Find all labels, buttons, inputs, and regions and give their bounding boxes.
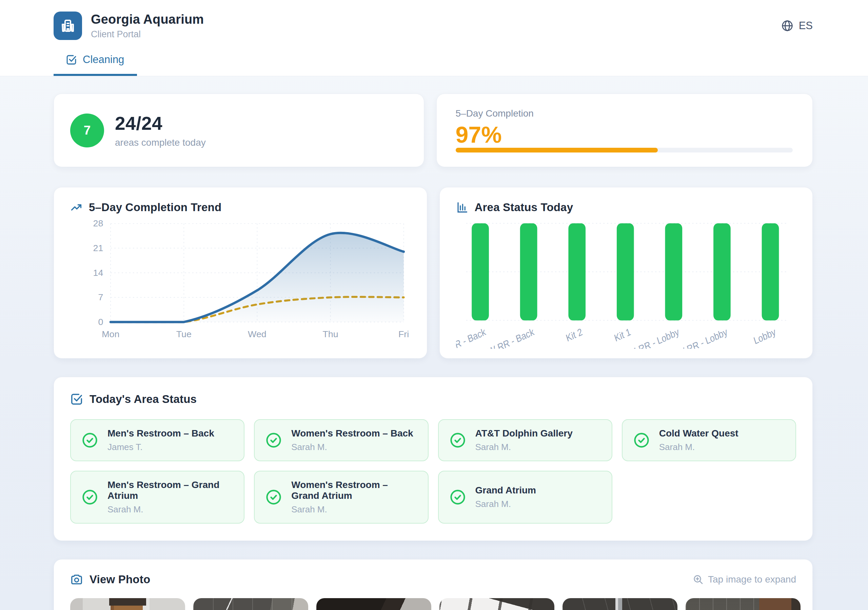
- svg-text:0: 0: [98, 317, 103, 327]
- status-item: Men's Restroom – Back James T.: [70, 419, 245, 461]
- bar-chart-icon: [456, 201, 468, 214]
- view-photo-card: View Photo Tap image to expand: [54, 559, 813, 610]
- check-square-icon: [70, 393, 83, 406]
- svg-text:Tue: Tue: [176, 329, 192, 339]
- main-content: 7 24/24 areas complete today 5–Day Compl…: [0, 76, 868, 610]
- photo-thumbnail[interactable]: [316, 598, 431, 610]
- check-circle-icon: [449, 431, 467, 449]
- svg-text:28: 28: [93, 218, 104, 229]
- status-grid: Men's Restroom – Back James T. Women's R…: [70, 419, 796, 523]
- svg-text:Mon: Mon: [102, 329, 119, 339]
- status-area-name: Men's Restroom – Back: [107, 428, 214, 439]
- status-area-name: Grand Atrium: [475, 485, 536, 496]
- status-item: Women's Restroom – Grand Atrium Sarah M.: [254, 471, 428, 523]
- svg-text:M RR - Lobby: M RR - Lobby: [628, 326, 680, 349]
- client-portal-page: Georgia Aquarium Client Portal ES: [0, 0, 868, 610]
- status-item: Cold Water Quest Sarah M.: [622, 419, 796, 461]
- zoom-in-icon: [693, 574, 704, 585]
- check-circle-icon: [81, 488, 99, 506]
- count-badge: 7: [70, 113, 104, 147]
- status-assignee: Sarah M.: [475, 499, 536, 509]
- tab-label: Cleaning: [83, 54, 124, 66]
- photo-thumbnail[interactable]: [70, 598, 185, 610]
- status-area-name: Cold Water Quest: [659, 428, 738, 439]
- status-area-name: Women's Restroom – Grand Atrium: [291, 480, 417, 501]
- trend-chart: MonTueWedThuFri07142128: [70, 215, 411, 349]
- status-item: AT&T Dolphin Gallery Sarah M.: [438, 419, 612, 461]
- photo-thumbnail[interactable]: [563, 598, 677, 610]
- trend-chart-title: 5–Day Completion Trend: [89, 201, 222, 214]
- status-assignee: Sarah M.: [291, 442, 413, 452]
- photo-hint-label: Tap image to expand: [708, 574, 796, 585]
- status-area-name: Women's Restroom – Back: [291, 428, 413, 439]
- app-logo: [54, 11, 82, 40]
- completion-percent: 97%: [456, 123, 793, 146]
- completion-caption: areas complete today: [115, 137, 206, 148]
- page-subtitle: Client Portal: [91, 29, 204, 40]
- areas-complete-card: 7 24/24 areas complete today: [54, 93, 424, 167]
- svg-text:Fri: Fri: [398, 329, 409, 339]
- page-title: Georgia Aquarium: [91, 12, 204, 27]
- tab-bar: Cleaning: [54, 54, 813, 76]
- photo-thumbnail[interactable]: [685, 598, 801, 610]
- five-day-completion-card: 5–Day Completion 97%: [436, 93, 813, 167]
- check-circle-icon: [633, 431, 650, 449]
- svg-text:14: 14: [93, 268, 104, 278]
- completion-ratio: 24/24: [115, 113, 206, 134]
- status-assignee: Sarah M.: [107, 504, 234, 515]
- status-item: Women's Restroom – Back Sarah M.: [254, 419, 428, 461]
- tab-cleaning[interactable]: Cleaning: [54, 54, 137, 76]
- check-square-icon: [66, 54, 77, 65]
- trending-up-icon: [70, 201, 82, 214]
- svg-text:Wed: Wed: [248, 329, 267, 339]
- five-day-completion-label: 5–Day Completion: [456, 108, 793, 119]
- status-item: Men's Restroom – Grand Atrium Sarah M.: [70, 471, 245, 523]
- area-status-chart: M RR - BackW RR - BackKit 2Kit 1M RR - L…: [456, 215, 797, 349]
- status-area-name: Men's Restroom – Grand Atrium: [107, 480, 234, 501]
- language-switcher[interactable]: ES: [781, 19, 813, 32]
- completion-progress-track: [456, 148, 793, 153]
- svg-text:M RR - Back: M RR - Back: [456, 326, 487, 349]
- svg-text:Thu: Thu: [322, 329, 338, 339]
- svg-text:W RR - Back: W RR - Back: [487, 326, 535, 349]
- svg-text:21: 21: [93, 243, 104, 253]
- check-circle-icon: [265, 488, 282, 506]
- status-assignee: James T.: [107, 442, 214, 452]
- status-assignee: Sarah M.: [291, 504, 417, 515]
- area-status-chart-title: Area Status Today: [475, 201, 574, 214]
- completion-progress-fill: [456, 148, 658, 153]
- photo-thumbnail[interactable]: [439, 598, 554, 610]
- language-code: ES: [799, 20, 813, 32]
- today-area-status-card: Today's Area Status Men's Restroom – Bac…: [54, 377, 813, 541]
- photo-strip: [70, 598, 796, 610]
- header: Georgia Aquarium Client Portal ES: [0, 0, 868, 76]
- camera-icon: [70, 573, 83, 586]
- svg-text:Kit 1: Kit 1: [613, 326, 632, 344]
- today-area-status-title: Today's Area Status: [90, 393, 197, 406]
- view-photo-title: View Photo: [90, 573, 150, 586]
- trend-chart-card: 5–Day Completion Trend MonTueWedThuFri07…: [54, 187, 427, 359]
- globe-icon: [781, 19, 794, 32]
- status-assignee: Sarah M.: [475, 442, 573, 452]
- check-circle-icon: [81, 431, 99, 449]
- area-status-chart-card: Area Status Today M RR - BackW RR - Back…: [439, 187, 813, 359]
- svg-text:Lobby: Lobby: [752, 326, 777, 347]
- building-icon: [60, 18, 76, 34]
- status-item: Grand Atrium Sarah M.: [438, 471, 612, 523]
- status-area-name: AT&T Dolphin Gallery: [475, 428, 573, 439]
- svg-text:7: 7: [98, 293, 103, 303]
- photo-expand-hint: Tap image to expand: [693, 574, 796, 585]
- photo-thumbnail[interactable]: [193, 598, 308, 610]
- svg-text:Kit 2: Kit 2: [564, 326, 584, 344]
- status-assignee: Sarah M.: [659, 442, 738, 452]
- svg-text:W RR - Lobby: W RR - Lobby: [676, 326, 728, 349]
- check-circle-icon: [265, 431, 282, 449]
- check-circle-icon: [449, 488, 467, 506]
